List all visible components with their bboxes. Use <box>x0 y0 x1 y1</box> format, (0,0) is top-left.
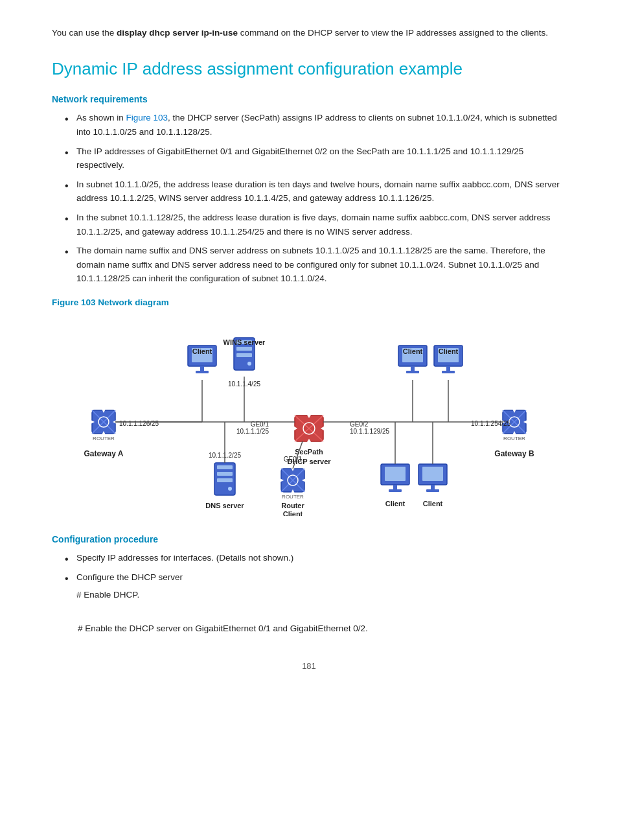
intro-text-before: You can use the <box>52 28 117 38</box>
client-bottom-right-1-label: Client <box>385 500 406 508</box>
svg-point-39 <box>228 487 232 491</box>
network-diagram: ROUTER Gateway A 10.1.1.126/25 ROUTER Ga… <box>73 315 545 516</box>
svg-rect-37 <box>217 472 233 476</box>
list-item: In the subnet 10.1.1.128/25, the address… <box>65 211 566 239</box>
svg-text:ROUTER: ROUTER <box>503 436 525 441</box>
svg-rect-52 <box>406 371 419 373</box>
svg-rect-36 <box>217 465 233 469</box>
intro-bold-command: display dhcp server ip-in-use <box>117 28 238 38</box>
router-client-label2: Client <box>283 510 303 516</box>
figure-link[interactable]: Figure 103 <box>126 113 168 122</box>
network-requirements-heading: Network requirements <box>52 94 566 104</box>
intro-paragraph: You can use the display dhcp server ip-i… <box>52 26 566 40</box>
dns-server-icon <box>214 463 235 495</box>
main-section-title: Dynamic IP address assignment configurat… <box>52 58 566 80</box>
wins-server-label: WINS server <box>223 338 266 346</box>
svg-point-34 <box>247 362 251 366</box>
config-procedure-list: Specify IP addresses for interfaces. (De… <box>65 551 566 602</box>
list-item: Configure the DHCP server # Enable DHCP. <box>65 570 566 602</box>
gateway-a-router: ROUTER <box>89 408 118 441</box>
client-bottom-right-2-label: Client <box>423 500 443 508</box>
dns-server-label: DNS server <box>205 502 244 509</box>
router-client-icon: ROUTER <box>279 466 307 500</box>
svg-rect-56 <box>442 371 455 373</box>
ge01-bottom-label: GE0/1 <box>284 456 303 463</box>
list-item: As shown in Figure 103, the DHCP server … <box>65 111 566 139</box>
client-bottom-right-2 <box>418 464 447 492</box>
svg-rect-60 <box>389 489 402 492</box>
secpath-icon <box>292 413 326 444</box>
network-requirements-list: As shown in Figure 103, the DHCP server … <box>65 111 566 286</box>
svg-rect-63 <box>431 485 435 490</box>
intro-text-after: command on the DHCP server to view the I… <box>238 28 548 38</box>
client-top-left-label: Client <box>192 347 212 355</box>
svg-text:ROUTER: ROUTER <box>282 494 304 500</box>
config-sub-text-2: # Enable the DHCP server on GigabitEther… <box>78 622 566 636</box>
router-client-label1: Router <box>281 502 304 509</box>
client-top-right-1-label: Client <box>403 347 423 355</box>
svg-rect-29 <box>196 371 209 373</box>
svg-rect-51 <box>411 366 415 371</box>
svg-rect-58 <box>385 467 406 481</box>
svg-rect-33 <box>236 353 252 357</box>
gateway-a-ip: 10.1.1.126/25 <box>119 420 159 427</box>
network-diagram-container: ROUTER Gateway A 10.1.1.126/25 ROUTER Ga… <box>52 315 566 516</box>
client-bottom-right-1 <box>381 464 409 492</box>
svg-text:ROUTER: ROUTER <box>93 436 115 441</box>
config-sub-text-1: # Enable DHCP. <box>76 588 566 602</box>
svg-rect-32 <box>236 347 252 351</box>
client-top-right-2-label: Client <box>439 347 459 355</box>
svg-rect-64 <box>426 489 439 492</box>
ge02-ip: 10.1.1.129/25 <box>350 428 390 435</box>
svg-rect-62 <box>422 467 443 481</box>
ge01-ip: 10.1.1.1/25 <box>236 428 269 435</box>
svg-rect-59 <box>393 485 397 490</box>
config-procedure-heading: Configuration procedure <box>52 534 566 544</box>
gateway-a-label: Gateway A <box>84 449 124 458</box>
page-number: 181 <box>52 661 566 671</box>
svg-rect-38 <box>217 478 233 482</box>
list-item: The IP addresses of GigabitEthernet 0/1 … <box>65 145 566 172</box>
list-item: Specify IP addresses for interfaces. (De… <box>65 551 566 565</box>
figure-caption: Figure 103 Network diagram <box>52 298 566 307</box>
svg-rect-55 <box>446 366 450 371</box>
list-item: In subnet 10.1.1.0/25, the address lease… <box>65 178 566 205</box>
list-item: The domain name suffix and DNS server ad… <box>65 244 566 286</box>
svg-rect-28 <box>200 366 204 371</box>
gateway-b-label: Gateway B <box>494 449 534 458</box>
gateway-b-ip: 10.1.1.254/25 <box>471 420 511 427</box>
